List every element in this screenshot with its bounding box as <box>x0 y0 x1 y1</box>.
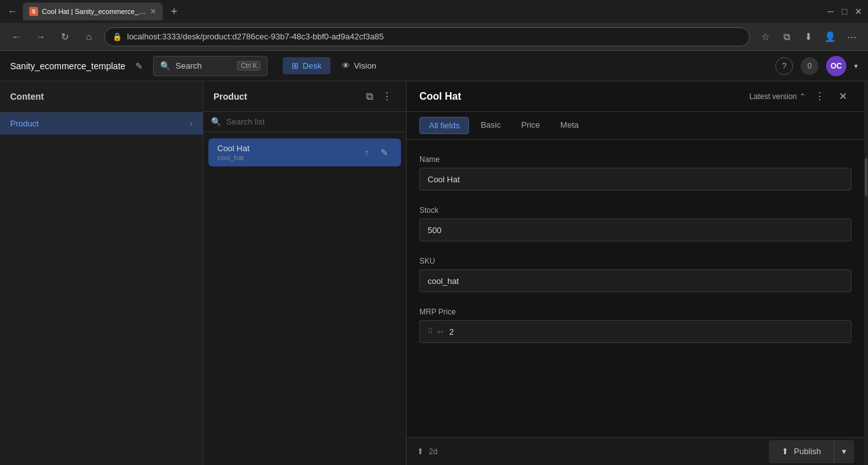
maximize-icon[interactable]: □ <box>840 7 849 16</box>
user-initials: OC <box>831 62 842 71</box>
tab-close-icon[interactable]: ✕ <box>150 7 156 16</box>
list-item-info: Cool Hat cool_hat <box>217 144 359 161</box>
tab-desk[interactable]: ⊞ Desk <box>283 57 330 74</box>
list-item-cool-hat[interactable]: Cool Hat cool_hat ↑ ✎ <box>208 138 401 166</box>
field-label-name: Name <box>419 155 851 164</box>
help-button[interactable]: ? <box>775 57 793 75</box>
doc-tabs: All fields Basic Price Meta <box>407 112 864 140</box>
product-panel: Product ⧉ ⋮ 🔍 Cool Hat cool_hat ↑ <box>203 81 407 465</box>
secure-icon: 🔒 <box>112 32 122 41</box>
user-menu-chevron[interactable]: ▾ <box>854 62 858 71</box>
topbar-right: ? 0 OC ▾ <box>775 56 858 76</box>
publish-dropdown-button[interactable]: ▾ <box>834 440 854 463</box>
right-scrollbar[interactable] <box>864 81 868 465</box>
url-text: localhost:3333/desk/product:d2786cec-93b… <box>127 32 384 41</box>
publish-button[interactable]: ⬆ Publish <box>769 440 834 463</box>
minimize-icon[interactable]: ─ <box>826 7 835 16</box>
notification-badge[interactable]: 0 <box>801 57 818 75</box>
list-item-up-icon[interactable]: ↑ <box>359 145 374 160</box>
tab-price-label: Price <box>521 120 540 130</box>
field-input-sku[interactable] <box>419 269 851 292</box>
back-button[interactable]: ← <box>8 28 25 46</box>
tab-meta[interactable]: Meta <box>552 117 588 134</box>
app-title: Sanity_ecommerce_template <box>10 61 125 71</box>
star-icon[interactable]: ☆ <box>756 28 774 46</box>
sidebar-item-label: Product <box>10 119 190 128</box>
downloads-icon[interactable]: ⬇ <box>799 28 817 46</box>
mrp-price-partial[interactable]: ⠿ ↵ 2 <box>419 320 851 343</box>
panel-more-icon[interactable]: ⋮ <box>378 88 396 105</box>
tab-all-fields-label: All fields <box>429 121 459 130</box>
app-topbar: Sanity_ecommerce_template ✎ 🔍 Search Ctr… <box>0 51 868 81</box>
field-label-stock: Stock <box>419 206 851 215</box>
field-label-sku: SKU <box>419 257 851 266</box>
search-input-wrapper[interactable]: 🔍 <box>211 117 398 126</box>
vision-icon: 👁 <box>342 61 350 71</box>
search-shortcut: Ctrl K <box>237 61 261 71</box>
mrp-arrow-icon: ↵ <box>437 327 444 337</box>
tab-price[interactable]: Price <box>512 117 549 134</box>
panel-header: Product ⧉ ⋮ <box>203 81 406 112</box>
tab-basic[interactable]: Basic <box>471 117 510 134</box>
sidebar: Content Product › <box>0 81 203 465</box>
notif-count: 0 <box>808 62 812 71</box>
list-item-subtitle: cool_hat <box>217 154 359 161</box>
profile-icon[interactable]: 👤 <box>821 28 839 46</box>
version-chevron-icon: ⌃ <box>799 92 806 101</box>
field-input-stock[interactable] <box>419 219 851 241</box>
mrp-grid-icon: ⠿ <box>428 327 433 336</box>
search-icon: 🔍 <box>211 117 221 126</box>
list-item-edit-icon[interactable]: ✎ <box>377 145 392 160</box>
edit-icon[interactable]: ✎ <box>135 61 143 71</box>
user-avatar[interactable]: OC <box>826 56 846 76</box>
field-group-mrp-price: MRP Price ⠿ ↵ 2 <box>419 307 851 343</box>
doc-header-actions: Latest version ⌃ ⋮ ✕ <box>749 88 851 105</box>
sidebar-header: Content <box>0 81 203 112</box>
panel-list: Cool Hat cool_hat ↑ ✎ <box>203 132 406 465</box>
reload-button[interactable]: ↻ <box>56 28 74 46</box>
tab-all-fields[interactable]: All fields <box>419 117 469 134</box>
tab-favicon: S <box>29 7 38 16</box>
browser-back-icon[interactable]: ← <box>5 4 20 19</box>
active-tab[interactable]: S Cool Hat | Sanity_ecommerce_te... ✕ <box>23 3 163 20</box>
main-layout: Content Product › Product ⧉ ⋮ 🔍 <box>0 81 868 465</box>
field-group-stock: Stock <box>419 206 851 241</box>
search-list-input[interactable] <box>226 117 398 126</box>
field-group-name: Name <box>419 155 851 191</box>
sidebar-item-product[interactable]: Product › <box>0 112 203 135</box>
footer-right: ⬆ Publish ▾ <box>769 440 854 463</box>
close-icon[interactable]: ✕ <box>854 7 863 16</box>
window-controls: ─ □ ✕ <box>826 7 863 16</box>
tab-vision[interactable]: 👁 Vision <box>333 57 385 74</box>
search-label: Search <box>175 61 201 71</box>
tab-basic-label: Basic <box>480 120 501 130</box>
mrp-value: 2 <box>449 327 454 337</box>
home-button[interactable]: ⌂ <box>80 28 98 46</box>
publish-label: Publish <box>794 447 821 456</box>
new-tab-button[interactable]: + <box>165 3 183 20</box>
app-wrapper: Sanity_ecommerce_template ✎ 🔍 Search Ctr… <box>0 51 868 465</box>
extensions-icon[interactable]: ⧉ <box>778 28 796 46</box>
sidebar-content: Product › <box>0 112 203 465</box>
desk-label: Desk <box>302 61 322 71</box>
mrp-icons: ⠿ ↵ <box>428 327 444 337</box>
doc-close-icon[interactable]: ✕ <box>834 88 851 105</box>
list-item-actions: ↑ ✎ <box>359 145 392 160</box>
doc-more-icon[interactable]: ⋮ <box>811 88 829 105</box>
sidebar-chevron-icon: › <box>190 119 193 128</box>
panel-open-icon[interactable]: ⧉ <box>360 88 378 105</box>
settings-icon[interactable]: ⋯ <box>843 28 860 46</box>
tab-title: Cool Hat | Sanity_ecommerce_te... <box>42 8 146 15</box>
panel-title: Product <box>214 91 360 102</box>
search-icon: 🔍 <box>160 61 170 71</box>
publish-dropdown-icon: ▾ <box>842 447 846 456</box>
url-bar[interactable]: 🔒 localhost:3333/desk/product:d2786cec-9… <box>104 27 750 46</box>
footer-left: ⬆ 2d <box>417 447 437 456</box>
app-nav-tabs: ⊞ Desk 👁 Vision <box>283 57 385 74</box>
address-actions: ☆ ⧉ ⬇ 👤 ⋯ <box>756 28 860 46</box>
doc-footer: ⬆ 2d ⬆ Publish ▾ <box>407 437 864 465</box>
field-input-name[interactable] <box>419 168 851 191</box>
doc-header: Cool Hat Latest version ⌃ ⋮ ✕ <box>407 81 864 112</box>
forward-button[interactable]: → <box>32 28 50 46</box>
search-bar[interactable]: 🔍 Search Ctrl K <box>153 56 268 76</box>
